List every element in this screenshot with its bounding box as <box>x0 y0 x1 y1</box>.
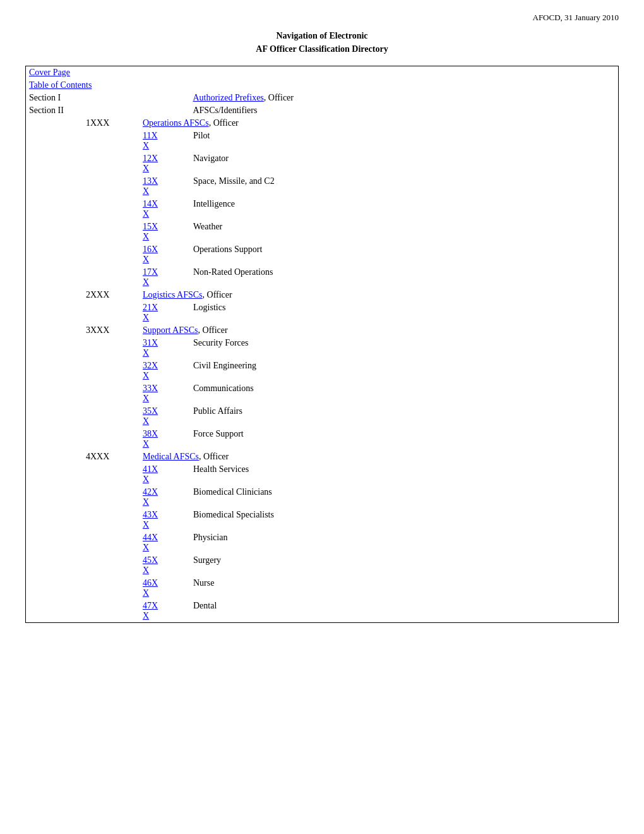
group-table-4xxx: 4XXXMedical AFSCs, Officer41XXHealth Ser… <box>26 450 618 622</box>
item-desc-46X: Nurse <box>190 577 618 600</box>
item-code-42X: 42XX <box>140 486 190 509</box>
table-row: 31XXSecurity Forces <box>26 337 618 360</box>
item-code-link-45X[interactable]: 45X <box>143 555 187 565</box>
table-row: 32XXCivil Engineering <box>26 360 618 382</box>
table-row: 35XXPublic Affairs <box>26 405 618 428</box>
item-subcode-link-45X[interactable]: X <box>143 565 187 576</box>
cover-page-link[interactable]: Cover Page <box>29 68 70 77</box>
item-code-13X: 13XX <box>140 175 190 198</box>
item-code-link-16X[interactable]: 16X <box>143 245 187 255</box>
item-code-link-46X[interactable]: 46X <box>143 578 187 588</box>
item-desc-38X: Force Support <box>190 428 618 450</box>
item-subcode-link-11X[interactable]: X <box>143 141 187 151</box>
item-code-link-33X[interactable]: 33X <box>143 384 187 394</box>
group-desc-1xxx: Operations AFSCs, Officer <box>140 117 618 130</box>
item-subcode-link-41X[interactable]: X <box>143 474 187 485</box>
item-subcode-link-46X[interactable]: X <box>143 588 187 598</box>
item-subcode-link-16X[interactable]: X <box>143 255 187 265</box>
item-subcode-link-17X[interactable]: X <box>143 277 187 287</box>
table-row: 14XXIntelligence <box>26 198 618 221</box>
group-desc-4xxx: Medical AFSCs, Officer <box>140 450 618 463</box>
item-code-33X: 33XX <box>140 382 190 405</box>
section1-content-cell: Authorized Prefixes, Officer <box>189 92 618 104</box>
item-code-47X: 47XX <box>140 600 190 622</box>
cover-page-cell: Cover Page <box>26 66 618 79</box>
item-code-link-43X[interactable]: 43X <box>143 510 187 520</box>
item-code-link-21X[interactable]: 21X <box>143 303 187 313</box>
item-desc-43X: Biomedical Specialists <box>190 509 618 531</box>
section1-link[interactable]: Authorized Prefixes <box>193 93 263 102</box>
table-row: 38XXForce Support <box>26 428 618 450</box>
item-subcode-link-21X[interactable]: X <box>143 313 187 323</box>
group-link-3xxx[interactable]: Support AFSCs <box>143 325 198 335</box>
table-row: 15XXWeather <box>26 221 618 243</box>
group-link-1xxx[interactable]: Operations AFSCs <box>143 118 209 128</box>
item-subcode-link-42X[interactable]: X <box>143 497 187 507</box>
item-subcode-link-35X[interactable]: X <box>143 416 187 426</box>
item-desc-14X: Intelligence <box>190 198 618 221</box>
item-code-link-13X[interactable]: 13X <box>143 176 187 186</box>
item-code-16X: 16XX <box>140 243 190 266</box>
item-code-link-11X[interactable]: 11X <box>143 131 187 141</box>
group-desc-2xxx: Logistics AFSCs, Officer <box>140 289 618 301</box>
title-line1: Navigation of Electronic <box>25 29 619 42</box>
group-code-2xxx: 2XXX <box>83 289 140 301</box>
item-code-link-41X[interactable]: 41X <box>143 464 187 474</box>
item-subcode-link-47X[interactable]: X <box>143 611 187 621</box>
section2-label-cell: Section II <box>26 104 189 117</box>
item-code-15X: 15XX <box>140 221 190 243</box>
item-subcode-link-38X[interactable]: X <box>143 439 187 449</box>
group-table-3xxx: 3XXXSupport AFSCs, Officer31XXSecurity F… <box>26 324 618 450</box>
table-row: 47XXDental <box>26 600 618 622</box>
groups-container: 1XXXOperations AFSCs, Officer11XXPilot12… <box>26 117 618 622</box>
item-subcode-link-14X[interactable]: X <box>143 209 187 219</box>
item-desc-45X: Surgery <box>190 554 618 577</box>
item-code-link-42X[interactable]: 42X <box>143 487 187 497</box>
item-code-41X: 41XX <box>140 463 190 486</box>
item-code-link-12X[interactable]: 12X <box>143 154 187 164</box>
section2-row: Section II AFSCs/Identifiers <box>26 104 618 117</box>
item-desc-32X: Civil Engineering <box>190 360 618 382</box>
item-subcode-link-12X[interactable]: X <box>143 164 187 174</box>
item-code-link-15X[interactable]: 15X <box>143 222 187 232</box>
item-code-11X: 11XX <box>140 130 190 152</box>
item-code-link-38X[interactable]: 38X <box>143 429 187 439</box>
item-code-44X: 44XX <box>140 531 190 554</box>
item-subcode-link-13X[interactable]: X <box>143 186 187 196</box>
item-code-link-35X[interactable]: 35X <box>143 406 187 416</box>
section1-row: Section I Authorized Prefixes, Officer <box>26 92 618 104</box>
title-line2: AF Officer Classification Directory <box>25 42 619 56</box>
table-row: 44XXPhysician <box>26 531 618 554</box>
item-desc-33X: Communications <box>190 382 618 405</box>
table-row: 12XXNavigator <box>26 152 618 175</box>
item-code-17X: 17XX <box>140 266 190 289</box>
toc-row: Table of Contents <box>26 79 618 92</box>
group-table-1xxx: 1XXXOperations AFSCs, Officer11XXPilot12… <box>26 117 618 289</box>
table-row: 41XXHealth Services <box>26 463 618 486</box>
group-table-2xxx: 2XXXLogistics AFSCs, Officer21XXLogistic… <box>26 289 618 324</box>
group-header-1xxx: 1XXXOperations AFSCs, Officer <box>26 117 618 130</box>
group-link-2xxx[interactable]: Logistics AFSCs <box>143 290 203 299</box>
empty-section-cell <box>26 117 83 130</box>
item-subcode-link-43X[interactable]: X <box>143 520 187 530</box>
item-code-link-44X[interactable]: 44X <box>143 533 187 543</box>
group-link-4xxx[interactable]: Medical AFSCs <box>143 452 199 461</box>
toc-cell: Table of Contents <box>26 79 618 92</box>
item-code-link-17X[interactable]: 17X <box>143 267 187 277</box>
item-code-link-32X[interactable]: 32X <box>143 361 187 371</box>
item-code-link-47X[interactable]: 47X <box>143 601 187 611</box>
item-subcode-link-33X[interactable]: X <box>143 394 187 404</box>
toc-link[interactable]: Table of Contents <box>29 80 92 90</box>
item-subcode-link-32X[interactable]: X <box>143 371 187 381</box>
item-subcode-link-15X[interactable]: X <box>143 232 187 242</box>
item-code-link-14X[interactable]: 14X <box>143 199 187 209</box>
item-desc-42X: Biomedical Clinicians <box>190 486 618 509</box>
group-suffix-4xxx: , Officer <box>199 452 229 461</box>
group-suffix-3xxx: , Officer <box>198 325 228 335</box>
item-code-link-31X[interactable]: 31X <box>143 338 187 348</box>
item-subcode-link-31X[interactable]: X <box>143 348 187 358</box>
group-desc-3xxx: Support AFSCs, Officer <box>140 324 618 337</box>
group-header-4xxx: 4XXXMedical AFSCs, Officer <box>26 450 618 463</box>
item-desc-11X: Pilot <box>190 130 618 152</box>
item-subcode-link-44X[interactable]: X <box>143 543 187 553</box>
